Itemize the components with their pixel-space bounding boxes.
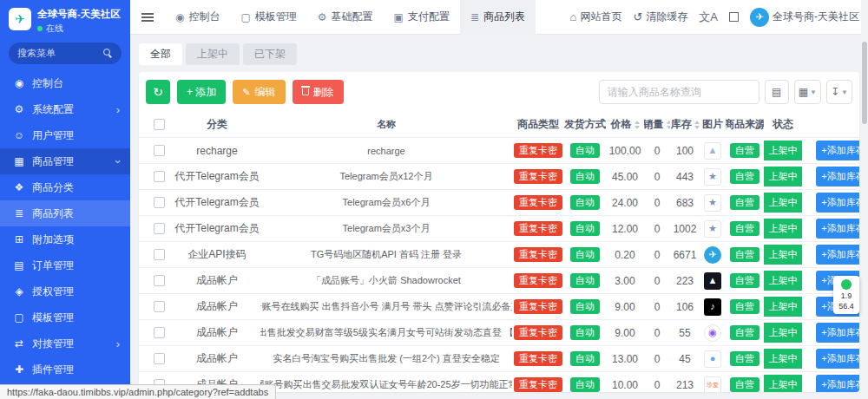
- tiktok-icon[interactable]: ♪: [704, 298, 721, 316]
- column-header: [802, 112, 859, 137]
- topnav-tab-goods-list[interactable]: ≣ 商品列表: [460, 0, 536, 35]
- column-header[interactable]: 价格: [606, 112, 644, 137]
- row-checkbox[interactable]: [154, 301, 165, 312]
- add-stock-button[interactable]: +添加库存: [816, 219, 859, 239]
- sidebar-item-plugin-management[interactable]: ✚ 插件管理: [0, 356, 130, 383]
- sidebar-item-user-management[interactable]: ☺ 用户管理: [0, 122, 130, 148]
- network-speed-widget[interactable]: 1.9 56.4: [833, 276, 859, 314]
- add-stock-button[interactable]: +添加库存: [816, 375, 859, 392]
- sidebar-item-integration-management[interactable]: ⇄ 对接管理 ›: [0, 330, 130, 356]
- export-button[interactable]: ↧▼: [826, 80, 852, 104]
- add-button[interactable]: + 添加: [177, 80, 226, 104]
- table-row: 代开Telegram会员 Telegram会员x6个月 重复卡密 自动 24.0…: [139, 190, 859, 216]
- delivery-badge: 自动: [570, 143, 600, 159]
- add-stock-button[interactable]: +添加库存: [816, 349, 859, 369]
- status-button[interactable]: 上架中: [764, 349, 802, 369]
- language-switch-button[interactable]: 文A: [699, 10, 718, 25]
- topnav: ◉ 控制台 ▢ 模板管理 ⚙ 基础配置 ▣ 支付配置 ≣ 商品列表 ⌂ 网站首页…: [130, 0, 868, 35]
- column-header-label: 销量: [644, 117, 664, 132]
- site-home-link[interactable]: ⌂ 网站首页: [570, 10, 622, 24]
- sort-icons[interactable]: [635, 121, 640, 129]
- status-button[interactable]: 上架中: [764, 375, 802, 392]
- delivery-badge: 自动: [570, 169, 600, 185]
- zhenai-icon[interactable]: 珍爱: [704, 376, 721, 393]
- momo-icon[interactable]: ◉: [704, 324, 721, 342]
- sidebar-item-system-config[interactable]: ⚙ 系统配置 ›: [0, 96, 130, 122]
- column-header[interactable]: 库存: [670, 112, 700, 137]
- row-checkbox[interactable]: [154, 327, 165, 338]
- collapse-sidebar-button[interactable]: [130, 0, 165, 35]
- edit-button[interactable]: ✎编辑: [233, 80, 285, 104]
- topnav-tab-pay-config[interactable]: ▣ 支付配置: [384, 0, 460, 35]
- goods-name-cell: Telegram会员x12个月: [260, 164, 512, 189]
- sidebar-item-goods-list[interactable]: ≣ 商品列表: [0, 200, 130, 226]
- clear-cache-button[interactable]: ↺ 清除缓存: [633, 10, 687, 24]
- row-checkbox[interactable]: [154, 353, 165, 364]
- filter-tab[interactable]: 已下架: [243, 43, 297, 65]
- telegram-star-icon[interactable]: ★: [704, 194, 721, 212]
- row-checkbox[interactable]: [154, 197, 165, 208]
- shadowrocket-icon[interactable]: ▲: [704, 272, 721, 290]
- order-icon: ▤: [12, 259, 26, 271]
- sort-icons[interactable]: [694, 121, 700, 129]
- table-toolbar: ↻ + 添加 ✎编辑 删除 ▤ ▦▼ ↧▼: [139, 72, 859, 112]
- column-header-label: 状态: [773, 117, 793, 132]
- status-button[interactable]: 上架中: [764, 167, 802, 186]
- sidebar-item-goods-management[interactable]: ▦ 商品管理 ›: [0, 148, 130, 174]
- filter-tab[interactable]: 上架中: [186, 43, 240, 65]
- sidebar-item-template-management[interactable]: ▢ 模板管理: [0, 304, 130, 330]
- status-button[interactable]: 上架中: [764, 271, 802, 291]
- taobao-icon[interactable]: ●: [704, 350, 721, 368]
- add-stock-button[interactable]: +添加库存: [816, 193, 859, 213]
- sales-cell: 0: [644, 294, 670, 319]
- select-all-checkbox[interactable]: [154, 119, 165, 130]
- status-button[interactable]: 上架中: [764, 141, 802, 160]
- price-cell: 9.00: [606, 294, 644, 319]
- shrink-table-button[interactable]: ▤: [765, 80, 789, 104]
- status-button[interactable]: 上架中: [764, 245, 802, 265]
- sidebar-item-extra-options[interactable]: ⊞ 附加选项: [0, 226, 130, 252]
- sidebar-item-order-management[interactable]: ▤ 订单管理: [0, 252, 130, 278]
- topnav-tab-template-management[interactable]: ▢ 模板管理: [230, 0, 306, 35]
- delete-button[interactable]: 删除: [293, 80, 344, 104]
- source-badge: 自营: [730, 169, 760, 185]
- account-menu[interactable]: ✈ 全球号商-天美社区: [750, 8, 859, 27]
- row-checkbox[interactable]: [154, 223, 165, 234]
- column-header[interactable]: 销量: [644, 112, 670, 137]
- column-header: 状态: [764, 112, 802, 137]
- gear-icon: ⚙: [318, 11, 327, 23]
- status-button[interactable]: 上架中: [764, 323, 802, 343]
- scrollbar-thumb[interactable]: [862, 42, 867, 124]
- telegram-logo-icon[interactable]: ✈: [704, 246, 721, 264]
- recharge-thumb[interactable]: ▲: [704, 142, 721, 160]
- row-checkbox[interactable]: [154, 275, 165, 286]
- goods-type-badge: 重复卡密: [514, 195, 562, 211]
- sidebar-item-console[interactable]: ◉ 控制台: [0, 70, 130, 96]
- row-checkbox[interactable]: [154, 171, 165, 182]
- telegram-star-icon[interactable]: ★: [704, 220, 721, 238]
- topnav-tab-base-config[interactable]: ⚙ 基础配置: [307, 0, 384, 35]
- columns-button[interactable]: ▦▼: [794, 80, 821, 104]
- row-checkbox[interactable]: [154, 145, 165, 156]
- topnav-tab-console[interactable]: ◉ 控制台: [165, 0, 230, 35]
- row-checkbox[interactable]: [154, 249, 165, 260]
- add-stock-button[interactable]: +添加库存: [816, 167, 859, 186]
- page-scrollbar[interactable]: [861, 0, 868, 399]
- status-button[interactable]: 上架中: [764, 219, 802, 239]
- category-cell: 成品帐户: [174, 268, 260, 293]
- status-button[interactable]: 上架中: [764, 297, 802, 317]
- add-stock-button[interactable]: +添加库存: [816, 245, 859, 265]
- filter-tab[interactable]: 全部: [139, 43, 182, 65]
- menu-search-box[interactable]: 搜索菜单: [9, 43, 122, 64]
- sidebar-item-goods-category[interactable]: ❖ 商品分类: [0, 174, 130, 200]
- add-stock-button[interactable]: +添加库存: [816, 141, 859, 160]
- fullscreen-button[interactable]: [729, 12, 739, 22]
- add-stock-button[interactable]: +添加库存: [816, 323, 859, 343]
- goods-search-input[interactable]: [599, 80, 760, 104]
- refresh-button[interactable]: ↻: [146, 80, 170, 104]
- sidebar-item-license-management[interactable]: ◈ 授权管理: [0, 278, 130, 304]
- goods-name-cell: recharge: [260, 138, 512, 163]
- telegram-star-icon[interactable]: ★: [704, 168, 721, 186]
- column-header: 图片: [700, 112, 726, 137]
- status-button[interactable]: 上架中: [764, 193, 802, 213]
